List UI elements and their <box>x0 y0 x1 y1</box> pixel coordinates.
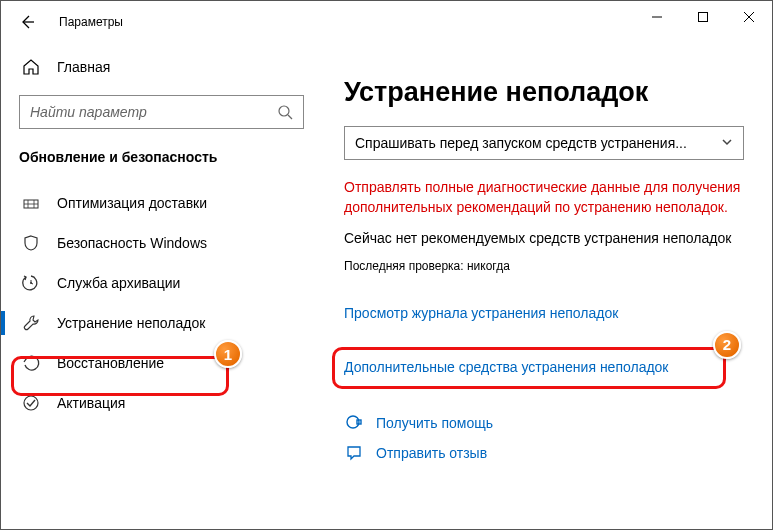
feedback-label: Отправить отзыв <box>376 445 487 461</box>
svg-line-5 <box>288 115 292 119</box>
sidebar-item-windows-security[interactable]: Безопасность Windows <box>1 223 316 263</box>
shield-icon <box>21 233 41 253</box>
sidebar: Главная Обновление и безопасность Оптими… <box>1 43 316 529</box>
svg-point-4 <box>279 106 289 116</box>
activation-icon <box>21 393 41 413</box>
sidebar-item-activation[interactable]: Активация <box>1 383 316 423</box>
recovery-icon <box>21 353 41 373</box>
sidebar-item-label: Устранение неполадок <box>57 315 205 331</box>
arrow-left-icon <box>19 14 35 30</box>
help-icon <box>344 413 364 433</box>
page-title: Устранение неполадок <box>344 77 744 108</box>
sidebar-section-header: Обновление и безопасность <box>1 143 316 183</box>
sidebar-home-label: Главная <box>57 59 110 75</box>
sidebar-item-label: Восстановление <box>57 355 164 371</box>
minimize-icon <box>652 12 662 22</box>
sidebar-item-troubleshoot[interactable]: Устранение неполадок <box>1 303 316 343</box>
link-feedback[interactable]: Отправить отзыв <box>344 443 744 463</box>
dropdown-value: Спрашивать перед запуском средств устран… <box>355 135 713 151</box>
search-icon <box>277 104 293 120</box>
link-get-help[interactable]: Получить помощь <box>344 413 744 433</box>
sidebar-item-label: Безопасность Windows <box>57 235 207 251</box>
maximize-icon <box>698 12 708 22</box>
help-label: Получить помощь <box>376 415 493 431</box>
diagnostic-warning: Отправлять полные диагностические данные… <box>344 178 744 217</box>
sidebar-item-delivery-optimization[interactable]: Оптимизация доставки <box>1 183 316 223</box>
troubleshoot-mode-dropdown[interactable]: Спрашивать перед запуском средств устран… <box>344 126 744 160</box>
sidebar-item-recovery[interactable]: Восстановление <box>1 343 316 383</box>
titlebar: Параметры <box>1 1 772 43</box>
home-icon <box>21 57 41 77</box>
link-history[interactable]: Просмотр журнала устранения неполадок <box>344 305 744 321</box>
main-panel: Устранение неполадок Спрашивать перед за… <box>316 43 772 529</box>
feedback-icon <box>344 443 364 463</box>
back-button[interactable] <box>17 12 37 32</box>
window-title: Параметры <box>59 15 123 29</box>
svg-rect-1 <box>699 13 708 22</box>
search-box[interactable] <box>19 95 304 129</box>
maximize-button[interactable] <box>680 1 726 33</box>
svg-point-8 <box>24 396 38 410</box>
status-text: Сейчас нет рекомендуемых средств устране… <box>344 229 744 249</box>
settings-window: Параметры Главная Обновление и безопасно… <box>0 0 773 530</box>
delivery-icon <box>21 193 41 213</box>
wrench-icon <box>21 313 41 333</box>
minimize-button[interactable] <box>634 1 680 33</box>
annotation-badge-2: 2 <box>713 331 741 359</box>
window-controls <box>634 1 772 33</box>
backup-icon <box>21 273 41 293</box>
sidebar-item-backup[interactable]: Служба архивации <box>1 263 316 303</box>
sidebar-item-label: Активация <box>57 395 125 411</box>
annotation-badge-1: 1 <box>214 340 242 368</box>
search-input[interactable] <box>30 104 277 120</box>
close-icon <box>744 12 754 22</box>
close-button[interactable] <box>726 1 772 33</box>
content: Главная Обновление и безопасность Оптими… <box>1 43 772 529</box>
last-check-text: Последняя проверка: никогда <box>344 259 744 273</box>
sidebar-item-label: Служба архивации <box>57 275 180 291</box>
chevron-down-icon <box>721 135 733 151</box>
link-additional-troubleshooters[interactable]: Дополнительные средства устранения непол… <box>344 359 744 375</box>
sidebar-home[interactable]: Главная <box>1 49 316 85</box>
sidebar-item-label: Оптимизация доставки <box>57 195 207 211</box>
